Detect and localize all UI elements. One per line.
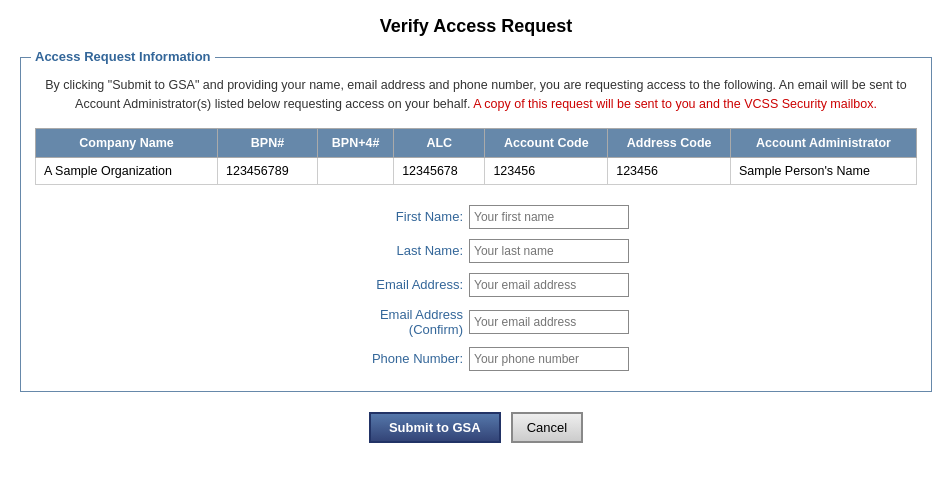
intro-part2: A copy of this request will be sent to y… (473, 97, 877, 111)
section-label: Access Request Information (31, 49, 215, 64)
label-first-name: First Name: (323, 209, 463, 224)
label-last-name: Last Name: (323, 243, 463, 258)
table-cell (318, 157, 394, 184)
email-input[interactable] (469, 273, 629, 297)
table-cell: 123456789 (218, 157, 318, 184)
table-cell: A Sample Organization (36, 157, 218, 184)
form-row-email-confirm: Email Address (Confirm) (323, 307, 629, 337)
table-row: A Sample Organization1234567891234567812… (36, 157, 917, 184)
col-address-code: Address Code (608, 128, 731, 157)
table-cell: 123456 (485, 157, 608, 184)
col-alc: ALC (394, 128, 485, 157)
form-row-first-name: First Name: (323, 205, 629, 229)
form-area: First Name:Last Name:Email Address:Email… (35, 205, 917, 371)
submit-button[interactable]: Submit to GSA (369, 412, 501, 443)
col-bpn4: BPN+4# (318, 128, 394, 157)
last-name-input[interactable] (469, 239, 629, 263)
form-row-email: Email Address: (323, 273, 629, 297)
phone-input[interactable] (469, 347, 629, 371)
table-cell: Sample Person's Name (731, 157, 917, 184)
table-cell: 12345678 (394, 157, 485, 184)
access-request-section: Access Request Information By clicking "… (20, 57, 932, 392)
label-email-confirm: Email Address (Confirm) (323, 307, 463, 337)
table-cell: 123456 (608, 157, 731, 184)
label-email: Email Address: (323, 277, 463, 292)
col-bpn: BPN# (218, 128, 318, 157)
form-row-last-name: Last Name: (323, 239, 629, 263)
form-row-phone: Phone Number: (323, 347, 629, 371)
label-phone: Phone Number: (323, 351, 463, 366)
email-confirm-input[interactable] (469, 310, 629, 334)
page-title: Verify Access Request (20, 16, 932, 37)
first-name-input[interactable] (469, 205, 629, 229)
table-header-row: Company Name BPN# BPN+4# ALC Account Cod… (36, 128, 917, 157)
access-table: Company Name BPN# BPN+4# ALC Account Cod… (35, 128, 917, 185)
cancel-button[interactable]: Cancel (511, 412, 583, 443)
col-account-code: Account Code (485, 128, 608, 157)
col-company-name: Company Name (36, 128, 218, 157)
col-account-admin: Account Administrator (731, 128, 917, 157)
button-area: Submit to GSA Cancel (20, 412, 932, 443)
intro-text: By clicking "Submit to GSA" and providin… (35, 76, 917, 114)
